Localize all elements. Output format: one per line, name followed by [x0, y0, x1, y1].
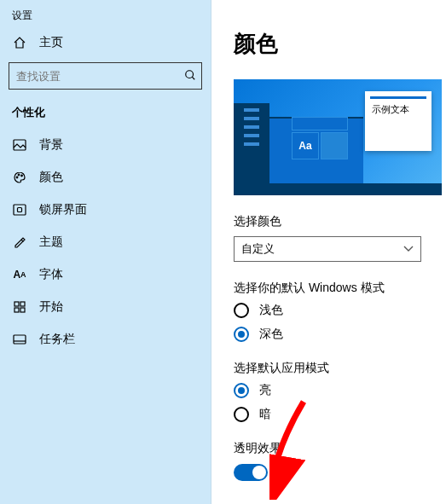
home-icon — [12, 36, 27, 49]
search-icon — [179, 69, 201, 84]
search-container — [9, 62, 202, 90]
svg-point-2 — [16, 177, 18, 178]
picture-icon — [12, 139, 27, 151]
radio-icon-checked — [234, 383, 249, 398]
windows-mode-dark[interactable]: 深色 — [234, 327, 446, 342]
svg-rect-7 — [14, 302, 19, 306]
radio-label: 深色 — [259, 327, 283, 342]
svg-rect-5 — [14, 205, 26, 215]
preview-sidestrip — [234, 103, 269, 195]
svg-rect-10 — [20, 308, 25, 312]
sidebar-item-background[interactable]: 背景 — [0, 129, 211, 161]
sidebar-item-label: 开始 — [39, 299, 63, 315]
windows-mode-label: 选择你的默认 Windows 模式 — [234, 281, 446, 296]
choose-color-combo[interactable]: 自定义 — [234, 236, 421, 262]
svg-rect-6 — [18, 208, 22, 212]
sidebar-item-label: 字体 — [39, 267, 63, 282]
search-box[interactable] — [9, 62, 202, 90]
sidebar: 设置 主页 个性化 — [0, 0, 211, 504]
sidebar-item-lockscreen[interactable]: 锁屏界面 — [0, 194, 211, 226]
radio-label: 暗 — [259, 407, 271, 422]
sidebar-item-label: 锁屏界面 — [39, 202, 87, 217]
svg-rect-11 — [14, 335, 26, 344]
svg-rect-8 — [20, 302, 25, 306]
svg-point-3 — [18, 174, 20, 176]
radio-label: 浅色 — [259, 303, 283, 318]
sidebar-item-taskbar[interactable]: 任务栏 — [0, 323, 211, 356]
app-mode-dark[interactable]: 暗 — [234, 407, 446, 422]
accent-tile-label: Aa — [298, 140, 311, 152]
lockscreen-icon — [12, 204, 27, 216]
preview-accent-tile: Aa — [292, 132, 319, 159]
svg-point-4 — [21, 175, 23, 177]
home-link[interactable]: 主页 — [0, 26, 211, 59]
sidebar-item-colors[interactable]: 颜色 — [0, 161, 211, 194]
sidebar-item-fonts[interactable]: AA 字体 — [0, 258, 211, 291]
sample-text: 示例文本 — [372, 103, 409, 116]
radio-label: 亮 — [259, 383, 271, 398]
transparency-toggle[interactable] — [234, 464, 268, 481]
start-icon — [12, 301, 27, 313]
page-title: 颜色 — [234, 29, 446, 59]
radio-icon — [234, 303, 249, 318]
font-icon: AA — [12, 269, 27, 281]
choose-color-label: 选择颜色 — [234, 214, 446, 229]
radio-icon-checked — [234, 327, 249, 342]
preview-taskbar — [234, 183, 442, 195]
sidebar-item-label: 颜色 — [39, 170, 63, 185]
preview-window: 示例文本 — [365, 91, 432, 151]
preview-tile — [321, 132, 348, 159]
chevron-down-icon — [403, 243, 414, 255]
sidebar-item-start[interactable]: 开始 — [0, 291, 211, 323]
sidebar-item-label: 任务栏 — [39, 332, 75, 347]
palette-icon — [12, 171, 27, 184]
app-title: 设置 — [0, 7, 211, 26]
app-mode-light[interactable]: 亮 — [234, 383, 446, 398]
windows-mode-light[interactable]: 浅色 — [234, 303, 446, 318]
transparency-row: 开 — [234, 463, 446, 481]
svg-rect-9 — [14, 308, 19, 312]
theme-icon — [12, 235, 27, 249]
transparency-label: 透明效果 — [234, 441, 446, 456]
transparency-state: 开 — [278, 463, 292, 481]
app-mode-label: 选择默认应用模式 — [234, 361, 446, 376]
home-label: 主页 — [39, 35, 63, 50]
color-preview: Aa 示例文本 — [234, 79, 442, 195]
category-label: 个性化 — [0, 98, 211, 129]
search-input[interactable] — [9, 70, 179, 83]
main-content: 颜色 Aa 示例文本 选择颜色 自定义 选择你的默认 Windows 模式 — [211, 0, 446, 504]
sidebar-item-label: 主题 — [39, 235, 63, 250]
radio-icon — [234, 407, 249, 422]
svg-rect-1 — [14, 140, 26, 150]
choose-color-value: 自定义 — [241, 241, 275, 257]
sidebar-item-label: 背景 — [39, 137, 63, 153]
sidebar-item-themes[interactable]: 主题 — [0, 226, 211, 258]
preview-tile — [292, 117, 348, 130]
taskbar-icon — [12, 334, 27, 345]
